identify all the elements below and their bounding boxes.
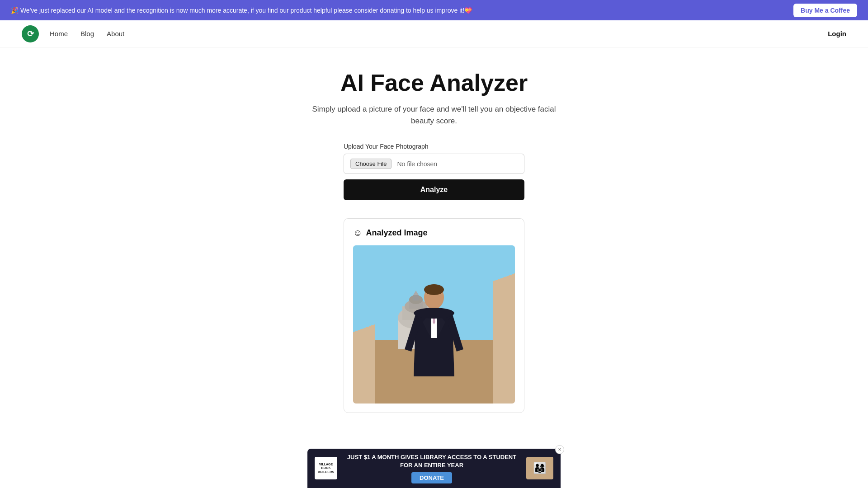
upload-label: Upload Your Face Photograph [344,143,429,150]
nav-links: Home Blog About [50,30,828,38]
analyzed-image [353,245,515,404]
main-content: AI Face Analyzer Simply upload a picture… [0,47,868,440]
page-title: AI Face Analyzer [340,69,528,96]
svg-point-15 [414,308,454,319]
analyzed-card-header: ☺ Analyzed Image [353,228,515,238]
figure-svg [375,259,493,404]
page-subtitle: Simply upload a picture of your face and… [307,103,561,127]
buy-coffee-button[interactable]: Buy Me a Coffee [793,4,857,17]
file-input-area[interactable]: Choose File No file chosen [344,154,524,174]
analyze-button[interactable]: Analyze [344,179,524,200]
banner-text: 🎉 We've just replaced our AI model and t… [11,7,793,14]
nav-about[interactable]: About [107,30,124,38]
svg-point-11 [424,284,444,295]
svg-rect-8 [413,295,419,300]
login-link[interactable]: Login [828,30,846,38]
analyzed-image-title: Analyzed Image [366,228,427,238]
smiley-icon: ☺ [353,228,362,238]
analyzed-card: ☺ Analyzed Image [344,218,524,413]
navbar: ⟳ Home Blog About Login [0,20,868,47]
top-banner: 🎉 We've just replaced our AI model and t… [0,0,868,20]
logo-icon: ⟳ [27,29,34,39]
choose-file-button[interactable]: Choose File [350,159,392,169]
nav-blog[interactable]: Blog [80,30,94,38]
upload-section: Upload Your Face Photograph Choose File … [344,143,524,200]
nav-home[interactable]: Home [50,30,68,38]
logo[interactable]: ⟳ [22,25,39,42]
no-file-text: No file chosen [397,160,437,168]
